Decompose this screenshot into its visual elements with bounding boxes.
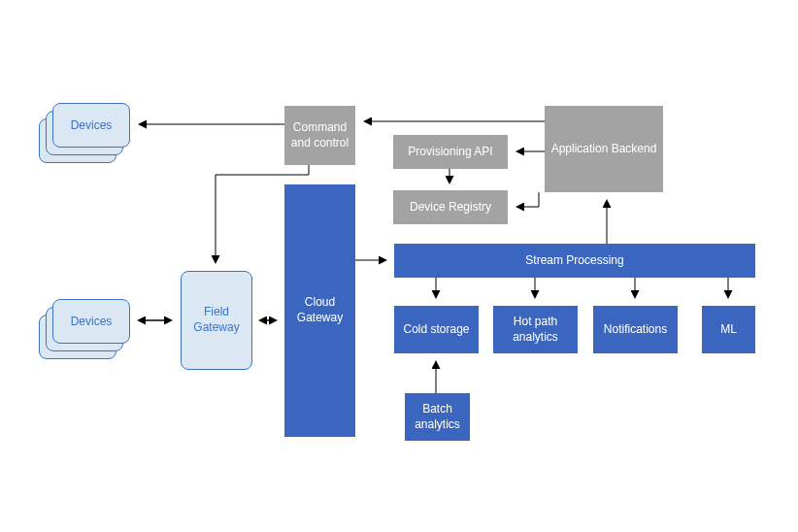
stream-processing: Stream Processing [394,244,755,278]
cloud-gateway-label: Cloud Gateway [288,295,351,325]
command-control: Command and control [284,106,355,165]
cold-storage-label: Cold storage [403,322,469,338]
field-gateway-label: Field Gateway [185,305,248,335]
command-control-label: Command and control [288,120,351,150]
field-gateway: Field Gateway [181,271,252,370]
devices-label: Devices [71,315,113,328]
devices-label: Devices [71,118,113,132]
batch-analytics: Batch analytics [405,393,470,441]
provisioning-api-label: Provisioning API [408,145,492,160]
stream-processing-label: Stream Processing [525,253,623,269]
notifications: Notifications [593,306,678,353]
ml-label: ML [720,322,737,338]
application-backend-label: Application Backend [551,142,657,157]
cloud-gateway: Cloud Gateway [284,184,355,437]
device-registry: Device Registry [393,190,508,224]
hot-path-label: Hot path analytics [497,315,574,345]
cold-storage: Cold storage [394,306,479,353]
application-backend: Application Backend [545,106,663,192]
provisioning-api: Provisioning API [393,135,508,169]
device-registry-label: Device Registry [410,200,491,216]
batch-analytics-label: Batch analytics [409,402,466,432]
notifications-label: Notifications [604,322,667,338]
ml: ML [702,306,755,353]
hot-path-analytics: Hot path analytics [493,306,578,353]
